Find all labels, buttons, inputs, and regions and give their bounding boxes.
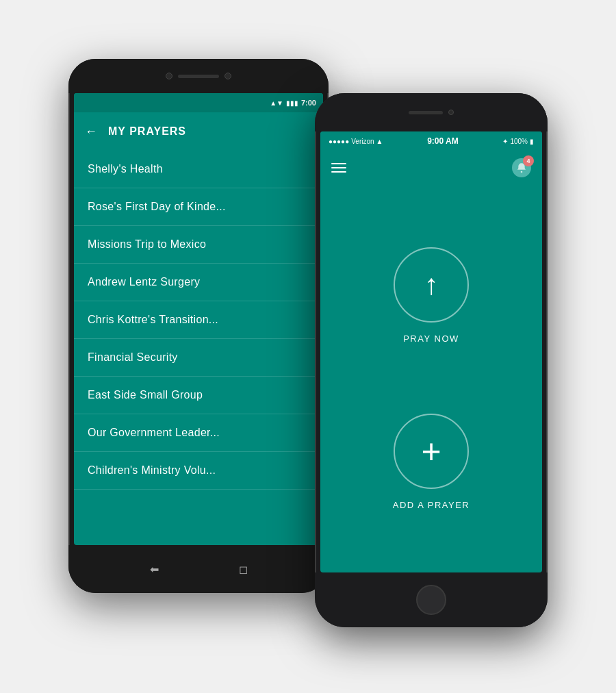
android-time: 7:00 xyxy=(301,99,316,107)
iphone-app-content: ↑ PRAY NOW + ADD A PRAYER xyxy=(320,185,542,572)
signal-icon: ▮▮▮ xyxy=(286,99,298,107)
android-top-bar xyxy=(68,59,329,93)
notification-button[interactable]: 4 xyxy=(512,158,531,177)
list-item[interactable]: Missions Trip to Mexico xyxy=(74,226,323,264)
android-home-nav[interactable]: ◻ xyxy=(233,559,253,579)
iphone-status-bar: ●●●●● Verizon ▲ 9:00 AM ✦ 100% ▮ xyxy=(320,131,542,151)
battery-percent: 100% xyxy=(510,138,528,145)
list-item[interactable]: Rose's First Day of Kinde... xyxy=(74,188,323,226)
badge-count: 4 xyxy=(523,155,534,166)
iphone-time: 9:00 AM xyxy=(427,136,459,146)
add-prayer-button[interactable]: + xyxy=(394,414,469,489)
arrow-up-icon: ↑ xyxy=(424,270,439,299)
android-speaker xyxy=(178,75,219,78)
android-app-header: ← MY PRAYERS xyxy=(74,112,323,151)
iphone-bottom-bar xyxy=(315,572,548,627)
prayer-list: Shelly's Health Rose's First Day of Kind… xyxy=(74,151,323,490)
back-button[interactable]: ← xyxy=(85,125,97,139)
android-screen-title: MY PRAYERS xyxy=(108,125,186,138)
iphone-top xyxy=(315,93,548,131)
android-sensor xyxy=(224,73,231,79)
menu-button[interactable] xyxy=(331,163,346,173)
svg-point-0 xyxy=(521,171,523,173)
list-item[interactable]: Our Government Leader... xyxy=(74,414,323,452)
android-bottom-bar: ⬅ ◻ xyxy=(68,545,329,593)
android-phone: ▲▼ ▮▮▮ 7:00 ← MY PRAYERS Shelly's Health… xyxy=(68,59,329,593)
hamburger-line-3 xyxy=(331,171,346,173)
plus-icon: + xyxy=(421,434,441,468)
pray-now-label: PRAY NOW xyxy=(403,333,459,344)
list-item[interactable]: Chris Kottre's Transition... xyxy=(74,301,323,339)
iphone-screen: ●●●●● Verizon ▲ 9:00 AM ✦ 100% ▮ xyxy=(320,131,542,572)
scene: ▲▼ ▮▮▮ 7:00 ← MY PRAYERS Shelly's Health… xyxy=(68,38,548,655)
wifi-icon: ▲ xyxy=(376,138,383,145)
list-item[interactable]: Shelly's Health xyxy=(74,151,323,188)
list-item[interactable]: East Side Small Group xyxy=(74,377,323,414)
android-back-nav[interactable]: ⬅ xyxy=(144,559,164,579)
hamburger-line-2 xyxy=(331,167,346,168)
signal-dots: ●●●●● xyxy=(329,138,349,145)
list-item[interactable]: Children's Ministry Volu... xyxy=(74,452,323,490)
pray-now-group: ↑ PRAY NOW xyxy=(394,247,469,344)
iphone-app-header: 4 xyxy=(320,151,542,185)
android-status-bar: ▲▼ ▮▮▮ 7:00 xyxy=(74,93,323,112)
iphone-front-camera xyxy=(448,110,454,115)
battery-icon: ▮ xyxy=(530,138,534,145)
list-item[interactable]: Financial Security xyxy=(74,339,323,377)
iphone-earpiece xyxy=(409,111,443,114)
hamburger-line-1 xyxy=(331,163,346,164)
iphone: ●●●●● Verizon ▲ 9:00 AM ✦ 100% ▮ xyxy=(315,93,548,627)
android-front-camera xyxy=(166,73,172,79)
carrier-name: Verizon xyxy=(351,138,374,145)
android-screen: ▲▼ ▮▮▮ 7:00 ← MY PRAYERS Shelly's Health… xyxy=(74,93,323,545)
iphone-home-button[interactable] xyxy=(416,585,446,615)
add-prayer-label: ADD A PRAYER xyxy=(393,500,470,510)
iphone-battery-area: ✦ 100% ▮ xyxy=(502,138,534,145)
iphone-carrier: ●●●●● Verizon ▲ xyxy=(329,138,383,145)
add-prayer-group: + ADD A PRAYER xyxy=(393,414,470,510)
wifi-icon: ▲▼ xyxy=(270,99,283,107)
bluetooth-icon: ✦ xyxy=(502,138,508,145)
pray-now-button[interactable]: ↑ xyxy=(394,247,469,323)
list-item[interactable]: Andrew Lentz Surgery xyxy=(74,264,323,301)
